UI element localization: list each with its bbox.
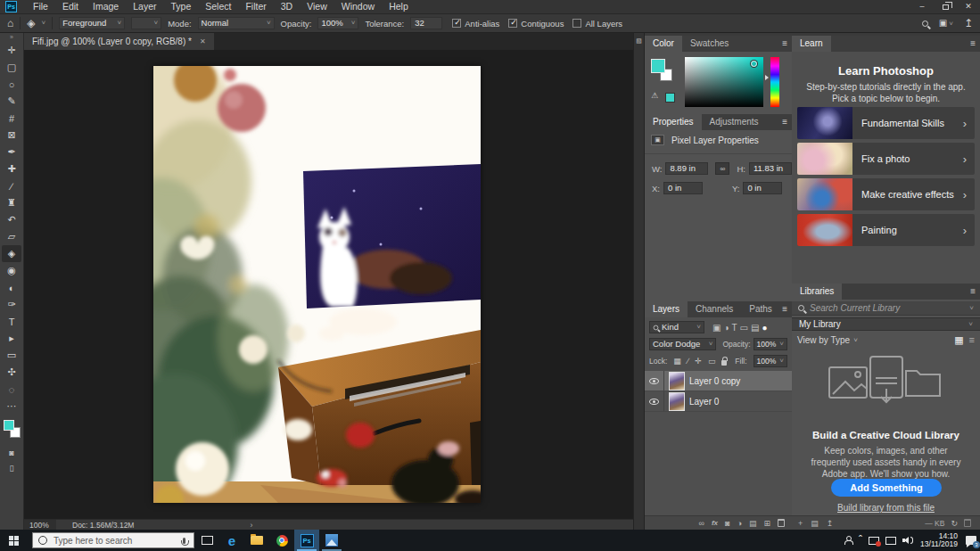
start-button[interactable] bbox=[0, 530, 27, 551]
layer-opacity-select[interactable]: 100%˅ bbox=[754, 338, 787, 350]
share-icon[interactable]: ↥ bbox=[964, 18, 973, 29]
gamut-warning-icon[interactable]: ⚠ bbox=[651, 91, 658, 100]
edge-taskbar-button[interactable]: e bbox=[219, 530, 244, 551]
object-selection-tool[interactable]: ✎ bbox=[0, 93, 23, 110]
delete-library-item-icon[interactable] bbox=[964, 519, 971, 527]
close-tab-icon[interactable]: ✕ bbox=[200, 37, 206, 45]
new-layer-icon[interactable]: ⊞ bbox=[763, 519, 770, 528]
library-select[interactable]: My Library ˅ bbox=[792, 317, 980, 331]
show-hidden-icons-chevron[interactable]: ˆ bbox=[859, 536, 862, 545]
filter-type-layers-icon[interactable]: T bbox=[732, 323, 737, 333]
menu-type[interactable]: Type bbox=[163, 0, 198, 13]
filter-toggle-icon[interactable]: ● bbox=[762, 323, 768, 333]
layer-mask-icon[interactable]: ◙ bbox=[725, 519, 729, 528]
tolerance-input[interactable]: 32 bbox=[410, 17, 442, 29]
pen-tool[interactable]: ✑ bbox=[0, 296, 23, 313]
panel-menu-icon[interactable]: ≡ bbox=[970, 286, 976, 296]
layer-thumbnail[interactable] bbox=[669, 372, 685, 391]
zoom-level-field[interactable]: 100% bbox=[24, 520, 56, 530]
people-icon[interactable] bbox=[844, 536, 852, 545]
menu-edit[interactable]: Edit bbox=[55, 0, 86, 13]
document-tab[interactable]: Fifi.jpg @ 100% (Layer 0 copy, RGB/8) * … bbox=[24, 33, 214, 50]
file-explorer-taskbar-button[interactable] bbox=[244, 530, 269, 551]
rectangular-marquee-tool[interactable]: ▢ bbox=[0, 59, 23, 76]
menu-image[interactable]: Image bbox=[86, 0, 126, 13]
menu-view[interactable]: View bbox=[300, 0, 334, 13]
tab-learn[interactable]: Learn bbox=[792, 36, 831, 52]
x-field[interactable]: 0 in bbox=[663, 182, 703, 194]
notification-app-icon[interactable] bbox=[869, 537, 879, 545]
collapsed-panel-icon[interactable]: ▧ bbox=[636, 37, 642, 44]
blur-tool[interactable]: ◉ bbox=[0, 262, 23, 279]
photos-taskbar-button[interactable] bbox=[319, 530, 344, 551]
filter-adjustment-layers-icon[interactable]: ◑ bbox=[723, 323, 729, 333]
eyedropper-tool[interactable]: ✒ bbox=[0, 144, 23, 160]
layer-visibility-toggle[interactable] bbox=[645, 391, 664, 411]
filter-smart-objects-icon[interactable]: ▤ bbox=[751, 323, 759, 333]
new-library-group-icon[interactable]: ▤ bbox=[811, 519, 819, 528]
color-picker-marker[interactable] bbox=[751, 61, 757, 67]
taskbar-clock[interactable]: 14:10 13/11/2019 bbox=[920, 532, 958, 549]
home-icon[interactable]: ⌂ bbox=[7, 18, 13, 29]
lock-transparency-icon[interactable]: ▦ bbox=[673, 357, 681, 366]
layer-fill-select[interactable]: 100%˅ bbox=[754, 355, 787, 367]
crop-tool[interactable]: # bbox=[0, 110, 23, 127]
y-field[interactable]: 0 in bbox=[743, 182, 782, 194]
color-gradient-field[interactable] bbox=[685, 57, 763, 107]
screen-mode-button[interactable]: ▯ bbox=[0, 460, 23, 475]
menu-help[interactable]: Help bbox=[382, 0, 416, 13]
menu-select[interactable]: Select bbox=[198, 0, 238, 13]
layer-effects-icon[interactable]: fx bbox=[712, 519, 718, 527]
learn-card-fix-a-photo[interactable]: Fix a photo › bbox=[797, 143, 975, 175]
fill-source-select[interactable]: Foreground˅ bbox=[59, 17, 125, 29]
contiguous-checkbox[interactable]: Contiguous bbox=[508, 19, 564, 29]
dodge-tool[interactable]: ◐ bbox=[0, 279, 23, 296]
toolbar-collapse-icon[interactable]: » bbox=[0, 33, 23, 42]
history-brush-tool[interactable]: ↶ bbox=[0, 211, 23, 228]
minimize-button[interactable]: – bbox=[910, 0, 934, 13]
height-field[interactable]: 11.83 in bbox=[749, 162, 792, 175]
clone-stamp-tool[interactable]: ♜ bbox=[0, 194, 23, 211]
paint-bucket-tool[interactable]: ◈ bbox=[2, 245, 21, 262]
upload-icon[interactable]: ↥ bbox=[827, 519, 834, 528]
restore-button[interactable] bbox=[934, 0, 957, 13]
menu-file[interactable]: File bbox=[26, 0, 55, 13]
panel-menu-icon[interactable]: ≡ bbox=[782, 38, 787, 48]
all-layers-checkbox[interactable]: All Layers bbox=[572, 19, 622, 29]
link-layers-icon[interactable]: ∞ bbox=[699, 519, 704, 528]
mode-select[interactable]: Normal˅ bbox=[198, 17, 275, 29]
path-selection-tool[interactable]: ▸ bbox=[0, 330, 23, 347]
close-button[interactable]: ✕ bbox=[957, 0, 980, 13]
lock-pixels-icon[interactable]: ∕ bbox=[688, 357, 689, 366]
lock-all-icon[interactable] bbox=[721, 360, 727, 366]
volume-icon[interactable] bbox=[902, 536, 914, 545]
layer-row-layer-0[interactable]: Layer 0 bbox=[645, 391, 792, 412]
quick-mask-button[interactable]: ◙ bbox=[0, 445, 23, 460]
pattern-picker-select[interactable]: ˅ bbox=[131, 17, 161, 29]
tab-libraries[interactable]: Libraries bbox=[792, 284, 842, 300]
tab-swatches[interactable]: Swatches bbox=[682, 36, 737, 52]
filter-shape-layers-icon[interactable]: ▭ bbox=[740, 323, 748, 333]
panel-menu-icon[interactable]: ≡ bbox=[782, 304, 787, 314]
hand-tool[interactable]: ✣ bbox=[0, 364, 23, 381]
blend-mode-select[interactable]: Color Dodge˅ bbox=[649, 338, 716, 350]
menu-layer[interactable]: Layer bbox=[126, 0, 163, 13]
tab-layers[interactable]: Layers bbox=[645, 301, 688, 317]
layer-filter-select[interactable]: Kind ˅ bbox=[649, 321, 704, 333]
panel-menu-icon[interactable]: ≡ bbox=[782, 117, 787, 127]
eraser-tool[interactable]: ▱ bbox=[0, 228, 23, 245]
edit-toolbar-button[interactable]: ⋯ bbox=[0, 398, 23, 415]
menu-window[interactable]: Window bbox=[334, 0, 382, 13]
layer-thumbnail[interactable] bbox=[669, 392, 685, 411]
microphone-icon[interactable] bbox=[183, 538, 185, 544]
new-group-icon[interactable]: ▤ bbox=[749, 519, 757, 528]
lasso-tool[interactable]: ○ bbox=[0, 76, 23, 93]
anti-alias-checkbox[interactable]: Anti-alias bbox=[452, 19, 499, 29]
network-icon[interactable] bbox=[885, 537, 896, 545]
list-view-icon[interactable]: ≡ bbox=[969, 334, 975, 345]
search-icon[interactable] bbox=[922, 21, 928, 27]
tab-channels[interactable]: Channels bbox=[688, 301, 741, 317]
foreground-color-swatch[interactable] bbox=[4, 420, 14, 431]
build-library-link[interactable]: Build library from this file bbox=[792, 503, 980, 513]
paint-bucket-tool-icon[interactable]: ◈ bbox=[27, 18, 35, 29]
